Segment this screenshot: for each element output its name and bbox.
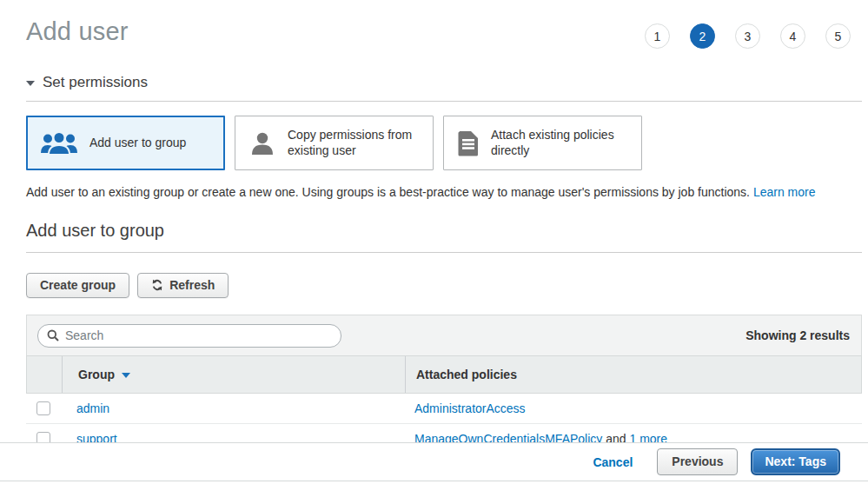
column-header-group[interactable]: Group: [62, 356, 405, 393]
card-copy-permissions[interactable]: Copy permissions from existing user: [235, 116, 434, 170]
card-attach-policies[interactable]: Attach existing policies directly: [443, 116, 642, 170]
description-text: Add user to an existing group or create …: [26, 185, 753, 199]
refresh-button[interactable]: Refresh: [137, 273, 229, 298]
user-icon: [248, 130, 276, 156]
card-add-user-to-group[interactable]: Add user to group: [26, 116, 225, 170]
wizard-step-indicators: 1 2 3 4 5: [645, 23, 851, 49]
policy-document-icon: [457, 130, 480, 156]
card-label: Copy permissions from existing user: [288, 128, 427, 158]
sort-descending-icon: [122, 373, 130, 378]
group-column-label: Group: [78, 368, 115, 381]
page-title: Add user: [26, 17, 129, 46]
step-indicator-4: 4: [780, 23, 805, 49]
cancel-link[interactable]: Cancel: [593, 455, 633, 469]
search-box[interactable]: [37, 324, 341, 348]
next-tags-button[interactable]: Next: Tags: [751, 448, 840, 475]
step-indicator-5: 5: [825, 23, 851, 49]
step-indicator-3: 3: [735, 23, 760, 49]
search-icon: [47, 329, 59, 341]
wizard-footer: Cancel Previous Next: Tags: [0, 442, 868, 481]
groups-table: Showing 2 results Group Attached policie…: [26, 315, 862, 454]
table-row-admin: admin AdministratorAccess: [26, 394, 862, 424]
card-label: Add user to group: [89, 136, 186, 151]
create-group-label: Create group: [40, 278, 116, 292]
results-summary: Showing 2 results: [745, 328, 850, 342]
group-section-title: Add user to group: [26, 221, 862, 253]
permission-option-cards: Add user to group Copy permissions from …: [26, 116, 862, 170]
user-group-icon: [40, 130, 78, 156]
step-indicator-1: 1: [645, 23, 670, 49]
group-name-link[interactable]: admin: [76, 401, 109, 415]
table-toolbar: Showing 2 results: [26, 315, 862, 355]
section-title: Set permissions: [43, 74, 148, 91]
set-permissions-section-header[interactable]: Set permissions: [26, 74, 862, 102]
card-label: Attach existing policies directly: [491, 128, 630, 158]
refresh-label: Refresh: [169, 278, 215, 292]
search-input[interactable]: [65, 328, 332, 342]
collapse-triangle-icon: [26, 81, 35, 86]
header-checkbox-cell: [27, 356, 62, 393]
column-header-attached-policies: Attached policies: [405, 356, 861, 393]
learn-more-link[interactable]: Learn more: [753, 185, 816, 199]
section-description: Add user to an existing group or create …: [26, 185, 862, 199]
row-checkbox[interactable]: [36, 401, 50, 415]
wizard-header: Add user 1 2 3 4 5: [26, 0, 862, 49]
policy-link[interactable]: AdministratorAccess: [414, 401, 526, 415]
create-group-button[interactable]: Create group: [26, 273, 129, 298]
table-header-row: Group Attached policies: [26, 355, 862, 394]
previous-button[interactable]: Previous: [657, 448, 738, 475]
step-indicator-2: 2: [690, 23, 715, 49]
policies-column-label: Attached policies: [416, 368, 517, 381]
group-actions: Create group Refresh: [26, 273, 862, 298]
refresh-icon: [151, 279, 163, 291]
